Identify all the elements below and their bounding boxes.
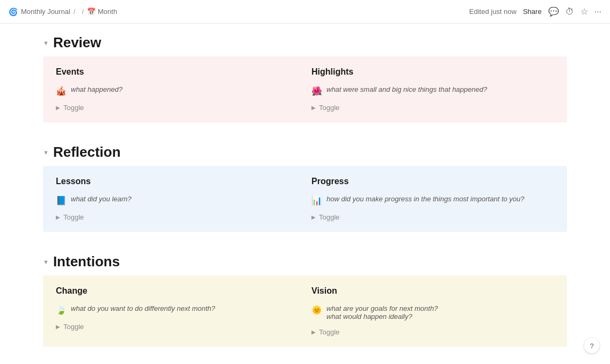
change-toggle-icon: ▶ xyxy=(56,324,60,330)
lessons-text: what did you learn? xyxy=(71,195,132,203)
highlights-toggle-icon: ▶ xyxy=(311,105,316,111)
review-title: Review xyxy=(53,34,101,51)
events-toggle-icon: ▶ xyxy=(56,105,60,111)
progress-toggle[interactable]: ▶ Toggle xyxy=(311,213,554,221)
reflection-section: ▼ Reflection Lessons 📘 what did you lear… xyxy=(43,133,567,232)
star-icon[interactable]: ☆ xyxy=(580,8,588,16)
highlights-title: Highlights xyxy=(311,67,554,77)
comment-icon[interactable]: 💬 xyxy=(548,8,559,16)
events-item: 🎪 what happened? xyxy=(56,85,299,96)
change-toggle[interactable]: ▶ Toggle xyxy=(56,323,299,331)
breadcrumb-monthly-journal[interactable]: Monthly Journal xyxy=(21,8,70,16)
vision-toggle-label: Toggle xyxy=(319,328,339,336)
progress-text: how did you make progress in the things … xyxy=(326,195,525,203)
review-header: ▼ Review xyxy=(43,24,567,56)
reflection-toggle-arrow[interactable]: ▼ xyxy=(43,149,49,156)
progress-emoji: 📊 xyxy=(311,195,322,206)
review-toggle-arrow[interactable]: ▼ xyxy=(43,40,49,46)
intentions-toggle-arrow[interactable]: ▼ xyxy=(43,259,49,265)
main-content: ▼ Review Events 🎪 what happened? ▶ Toggl… xyxy=(0,24,610,364)
topbar: 🌀 Monthly Journal / / 📅 Month Edited jus… xyxy=(0,0,610,24)
lessons-toggle-icon: ▶ xyxy=(56,214,60,220)
intentions-title: Intentions xyxy=(53,253,120,270)
breadcrumb: 🌀 Monthly Journal / / 📅 Month xyxy=(9,8,117,16)
events-text: what happened? xyxy=(71,85,122,93)
reflection-grid: Lessons 📘 what did you learn? ▶ Toggle P… xyxy=(56,177,554,221)
lessons-toggle[interactable]: ▶ Toggle xyxy=(56,213,299,221)
reflection-title: Reflection xyxy=(53,144,121,161)
highlights-col: Highlights 🌺 what were small and big nic… xyxy=(311,67,554,112)
vision-item: 🌞 what are your goals for next month? wh… xyxy=(311,304,554,321)
lessons-toggle-label: Toggle xyxy=(63,213,84,221)
intentions-body: Change 🍃 what do you want to do differen… xyxy=(43,275,567,347)
help-button[interactable]: ? xyxy=(584,338,599,353)
review-grid: Events 🎪 what happened? ▶ Toggle Highlig… xyxy=(56,67,554,112)
reflection-header: ▼ Reflection xyxy=(43,133,567,166)
highlights-item: 🌺 what were small and big nice things th… xyxy=(311,85,554,96)
vision-col: Vision 🌞 what are your goals for next mo… xyxy=(311,286,554,336)
change-col: Change 🍃 what do you want to do differen… xyxy=(56,286,299,336)
breadcrumb-month[interactable]: 📅 Month xyxy=(87,8,117,16)
change-emoji: 🍃 xyxy=(56,305,67,315)
timer-icon[interactable]: ⏱ xyxy=(565,8,574,16)
lessons-title: Lessons xyxy=(56,177,299,186)
breadcrumb-sep-1: / xyxy=(74,8,76,16)
change-toggle-label: Toggle xyxy=(63,323,84,331)
reflection-body: Lessons 📘 what did you learn? ▶ Toggle P… xyxy=(43,166,567,232)
breadcrumb-sep-2: / xyxy=(82,8,84,16)
highlights-toggle-label: Toggle xyxy=(319,104,339,112)
events-emoji: 🎪 xyxy=(56,86,67,96)
intentions-section: ▼ Intentions Change 🍃 what do you want t… xyxy=(43,243,567,347)
highlights-emoji: 🌺 xyxy=(311,86,322,96)
progress-item: 📊 how did you make progress in the thing… xyxy=(311,195,554,206)
topbar-actions: Edited just now Share 💬 ⏱ ☆ ··· xyxy=(469,8,601,16)
intentions-grid: Change 🍃 what do you want to do differen… xyxy=(56,286,554,336)
events-col: Events 🎪 what happened? ▶ Toggle xyxy=(56,67,299,112)
vision-title: Vision xyxy=(311,286,554,296)
vision-toggle-icon: ▶ xyxy=(311,329,316,335)
lessons-col: Lessons 📘 what did you learn? ▶ Toggle xyxy=(56,177,299,221)
journal-icon: 🌀 xyxy=(9,8,18,16)
events-toggle[interactable]: ▶ Toggle xyxy=(56,104,299,112)
change-title: Change xyxy=(56,286,299,296)
lessons-emoji: 📘 xyxy=(56,195,67,206)
calendar-icon: 📅 xyxy=(87,8,96,16)
more-icon[interactable]: ··· xyxy=(594,8,601,16)
share-button[interactable]: Share xyxy=(523,8,542,16)
vision-text: what are your goals for next month? what… xyxy=(326,304,438,321)
events-toggle-label: Toggle xyxy=(63,104,84,112)
intentions-header: ▼ Intentions xyxy=(43,243,567,275)
review-section: ▼ Review Events 🎪 what happened? ▶ Toggl… xyxy=(43,24,567,122)
vision-toggle[interactable]: ▶ Toggle xyxy=(311,328,554,336)
progress-col: Progress 📊 how did you make progress in … xyxy=(311,177,554,221)
progress-title: Progress xyxy=(311,177,554,186)
edited-status: Edited just now xyxy=(469,8,517,16)
vision-emoji: 🌞 xyxy=(311,305,322,315)
review-body: Events 🎪 what happened? ▶ Toggle Highlig… xyxy=(43,56,567,122)
highlights-text: what were small and big nice things that… xyxy=(326,85,487,93)
lessons-item: 📘 what did you learn? xyxy=(56,195,299,206)
progress-toggle-label: Toggle xyxy=(319,213,339,221)
highlights-toggle[interactable]: ▶ Toggle xyxy=(311,104,554,112)
change-item: 🍃 what do you want to do differently nex… xyxy=(56,304,299,315)
events-title: Events xyxy=(56,67,299,77)
change-text: what do you want to do differently next … xyxy=(71,304,215,312)
progress-toggle-icon: ▶ xyxy=(311,214,316,220)
